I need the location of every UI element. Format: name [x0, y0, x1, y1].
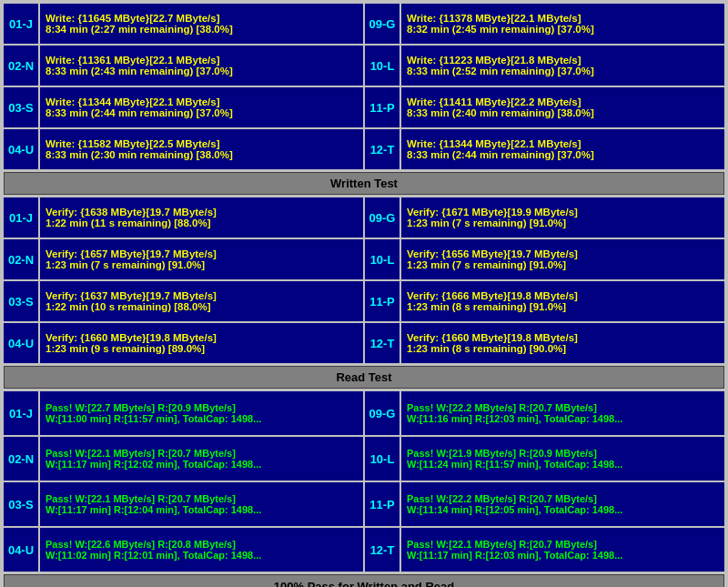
device-id-right: 11-P [365, 87, 399, 127]
cell-data-left: Pass! W:[22.1 MByte/s] R:[20.7 MByte/s]W… [40, 437, 363, 481]
device-row: 03-SPass! W:[22.1 MByte/s] R:[20.7 MByte… [4, 482, 724, 526]
device-row: 03-SVerify: {1637 MByte}[19.7 MByte/s]1:… [4, 281, 724, 321]
cell-line2: 8:33 min (2:52 min remaining) [37.0%] [407, 66, 719, 76]
cell-line1: Verify: {1660 MByte}[19.8 MByte/s] [407, 332, 719, 343]
cell-line2: W:[11:02 min] R:[12:01 min], TotalCap: 1… [46, 550, 358, 561]
device-row: 01-JVerify: {1638 MByte}[19.7 MByte/s]1:… [4, 197, 724, 238]
device-id-right: 11-P [365, 281, 399, 321]
device-id-right: 10-L [365, 239, 399, 279]
device-row: 04-UWrite: {11582 MByte}[22.5 MByte/s]8:… [4, 129, 724, 169]
device-row: 02-NVerify: {1657 MByte}[19.7 MByte/s]1:… [4, 239, 724, 279]
cell-data-left: Verify: {1660 MByte}[19.8 MByte/s]1:23 m… [40, 323, 363, 363]
cell-line2: 8:33 min (2:43 min remaining) [37.0%] [46, 66, 358, 76]
cell-line2: 8:33 min (2:40 min remaining) [38.0%] [407, 107, 719, 118]
cell-data-right: Pass! W:[22.2 MByte/s] R:[20.7 MByte/s]W… [401, 482, 724, 526]
device-row: 01-JPass! W:[22.7 MByte/s] R:[20.9 MByte… [4, 391, 724, 435]
device-row: 04-UPass! W:[22.6 MByte/s] R:[20.8 MByte… [4, 528, 724, 572]
cell-line2: 8:32 min (2:45 min remaining) [37.0%] [407, 24, 719, 35]
cell-line1: Verify: {1666 MByte}[19.8 MByte/s] [407, 290, 719, 301]
cell-line1: Pass! W:[22.6 MByte/s] R:[20.8 MByte/s] [46, 539, 358, 550]
cell-data-right: Pass! W:[22.1 MByte/s] R:[20.7 MByte/s]W… [401, 528, 724, 572]
device-id-right: 09-G [365, 391, 399, 435]
cell-data-left: Verify: {1657 MByte}[19.7 MByte/s]1:23 m… [40, 239, 363, 279]
device-row: 04-UVerify: {1660 MByte}[19.8 MByte/s]1:… [4, 323, 724, 363]
device-row: 02-NPass! W:[22.1 MByte/s] R:[20.7 MByte… [4, 437, 724, 481]
device-id-left: 04-U [4, 323, 38, 363]
cell-data-left: Write: {11582 MByte}[22.5 MByte/s]8:33 m… [40, 129, 363, 169]
read-test-label: Read Test [4, 366, 724, 389]
cell-line2: 1:23 min (9 s remaining) [89.0%] [46, 343, 358, 354]
bottom-banner: 100% Pass for Written and Read [4, 574, 724, 587]
cell-line2: W:[11:14 min] R:[12:05 min], TotalCap: 1… [407, 504, 719, 515]
cell-line1: Pass! W:[22.2 MByte/s] R:[20.7 MByte/s] [407, 493, 719, 504]
device-row: 01-JWrite: {11645 MByte}[22.7 MByte/s]8:… [4, 4, 724, 44]
device-id-right: 12-T [365, 129, 399, 169]
device-id-right: 10-L [365, 46, 399, 86]
device-id-left: 03-S [4, 87, 38, 127]
device-id-right: 10-L [365, 437, 399, 481]
cell-data-left: Write: {11361 MByte}[22.1 MByte/s]8:33 m… [40, 46, 363, 86]
device-id-left: 01-J [4, 197, 38, 238]
cell-line2: W:[11:17 min] R:[12:04 min], TotalCap: 1… [46, 504, 358, 515]
device-row: 02-NWrite: {11361 MByte}[22.1 MByte/s]8:… [4, 46, 724, 86]
device-id-left: 01-J [4, 4, 38, 44]
cell-data-right: Verify: {1660 MByte}[19.8 MByte/s]1:23 m… [401, 323, 724, 363]
cell-data-left: Write: {11645 MByte}[22.7 MByte/s]8:34 m… [40, 4, 363, 44]
cell-line1: Write: {11344 MByte}[22.1 MByte/s] [46, 96, 358, 107]
cell-line2: 1:23 min (8 s remaining) [91.0%] [407, 301, 719, 312]
cell-data-left: Pass! W:[22.1 MByte/s] R:[20.7 MByte/s]W… [40, 482, 363, 526]
cell-line2: W:[11:16 min] R:[12:03 min], TotalCap: 1… [407, 413, 719, 424]
cell-data-right: Verify: {1666 MByte}[19.8 MByte/s]1:23 m… [401, 281, 724, 321]
cell-line2: W:[11:17 min] R:[12:02 min], TotalCap: 1… [46, 459, 358, 470]
device-id-left: 01-J [4, 391, 38, 435]
cell-data-right: Write: {11223 MByte}[21.8 MByte/s]8:33 m… [401, 46, 724, 86]
cell-line1: Pass! W:[22.2 MByte/s] R:[20.7 MByte/s] [407, 402, 719, 413]
cell-line1: Write: {11582 MByte}[22.5 MByte/s] [46, 138, 358, 149]
cell-line2: 8:33 min (2:30 min remaining) [38.0%] [46, 149, 358, 160]
device-id-left: 04-U [4, 129, 38, 169]
cell-line1: Verify: {1657 MByte}[19.7 MByte/s] [46, 248, 358, 259]
device-id-right: 11-P [365, 482, 399, 526]
cell-line1: Verify: {1637 MByte}[19.7 MByte/s] [46, 290, 358, 301]
cell-line1: Pass! W:[22.1 MByte/s] R:[20.7 MByte/s] [407, 539, 719, 550]
cell-line1: Write: {11378 MByte}[22.1 MByte/s] [407, 13, 719, 24]
device-id-left: 04-U [4, 528, 38, 572]
cell-line2: 1:22 min (10 s remaining) [88.0%] [46, 301, 358, 312]
cell-data-right: Verify: {1671 MByte}[19.9 MByte/s]1:23 m… [401, 197, 724, 238]
cell-line1: Verify: {1660 MByte}[19.8 MByte/s] [46, 332, 358, 343]
cell-line2: 8:33 min (2:44 min remaining) [37.0%] [46, 107, 358, 118]
cell-data-left: Verify: {1637 MByte}[19.7 MByte/s]1:22 m… [40, 281, 363, 321]
cell-line2: 1:23 min (7 s remaining) [91.0%] [46, 259, 358, 270]
cell-line2: W:[11:00 min] R:[11:57 min], TotalCap: 1… [46, 413, 358, 424]
device-id-right: 09-G [365, 197, 399, 238]
device-id-left: 02-N [4, 46, 38, 86]
cell-line2: 1:23 min (8 s remaining) [90.0%] [407, 343, 719, 354]
cell-data-left: Pass! W:[22.7 MByte/s] R:[20.9 MByte/s]W… [40, 391, 363, 435]
main-container: 01-JWrite: {11645 MByte}[22.7 MByte/s]8:… [0, 0, 728, 587]
cell-line2: 1:23 min (7 s remaining) [91.0%] [407, 218, 719, 228]
cell-data-left: Write: {11344 MByte}[22.1 MByte/s]8:33 m… [40, 87, 363, 127]
cell-data-right: Write: {11411 MByte}[22.2 MByte/s]8:33 m… [401, 87, 724, 127]
verify-section: 01-JVerify: {1638 MByte}[19.7 MByte/s]1:… [4, 197, 724, 363]
cell-line1: Verify: {1638 MByte}[19.7 MByte/s] [46, 207, 358, 218]
device-id-left: 02-N [4, 437, 38, 481]
written-test-label: Written Test [4, 172, 724, 195]
cell-data-right: Write: {11378 MByte}[22.1 MByte/s]8:32 m… [401, 4, 724, 44]
device-id-right: 09-G [365, 4, 399, 44]
cell-data-left: Pass! W:[22.6 MByte/s] R:[20.8 MByte/s]W… [40, 528, 363, 572]
cell-line1: Write: {11411 MByte}[22.2 MByte/s] [407, 96, 719, 107]
cell-line2: 1:23 min (7 s remaining) [91.0%] [407, 259, 719, 270]
device-id-left: 03-S [4, 281, 38, 321]
cell-data-right: Verify: {1656 MByte}[19.7 MByte/s]1:23 m… [401, 239, 724, 279]
cell-line1: Verify: {1656 MByte}[19.7 MByte/s] [407, 248, 719, 259]
cell-line1: Verify: {1671 MByte}[19.9 MByte/s] [407, 207, 719, 218]
cell-line2: 1:22 min (11 s remaining) [88.0%] [46, 218, 358, 228]
cell-line2: 8:34 min (2:27 min remaining) [38.0%] [46, 24, 358, 35]
cell-line1: Write: {11223 MByte}[21.8 MByte/s] [407, 55, 719, 66]
cell-line1: Write: {11645 MByte}[22.7 MByte/s] [46, 13, 358, 24]
cell-line1: Write: {11361 MByte}[22.1 MByte/s] [46, 55, 358, 66]
device-id-right: 12-T [365, 528, 399, 572]
device-id-right: 12-T [365, 323, 399, 363]
cell-line1: Pass! W:[21.9 MByte/s] R:[20.9 MByte/s] [407, 448, 719, 459]
device-id-left: 02-N [4, 239, 38, 279]
